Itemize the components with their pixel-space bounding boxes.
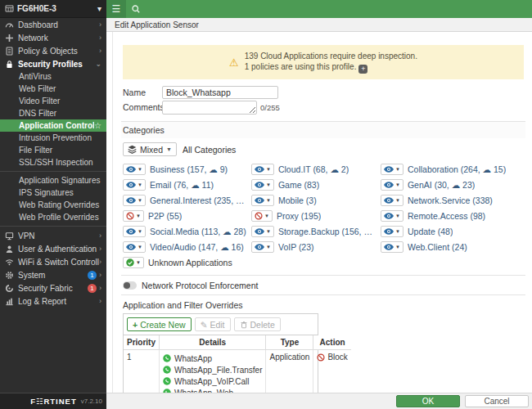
- category-link[interactable]: VoIP (23): [278, 242, 314, 252]
- col-details[interactable]: Details: [160, 335, 266, 350]
- category-link[interactable]: Proxy (195): [277, 211, 321, 221]
- col-priority[interactable]: Priority: [124, 335, 160, 350]
- category-link[interactable]: Update (48): [408, 227, 453, 236]
- category-action-button[interactable]: ▼: [381, 179, 404, 191]
- sidebar-item-web-filter[interactable]: Web Filter: [0, 83, 106, 95]
- category-unknown-applications: ▼ Unknown Applications: [123, 254, 251, 270]
- divider: [0, 171, 106, 172]
- col-type[interactable]: Type: [266, 335, 313, 350]
- category-link[interactable]: Game (83): [278, 180, 319, 190]
- sidebar-item-security-fabric[interactable]: Security Fabric 1 ›: [0, 281, 106, 294]
- divider: [0, 226, 106, 227]
- category-link[interactable]: Web.Client (24): [408, 242, 467, 252]
- category-link[interactable]: Network.Service (338): [408, 196, 493, 205]
- hamburger-menu-icon[interactable]: ☰: [106, 0, 126, 18]
- edit-button[interactable]: ✎Edit: [195, 317, 231, 331]
- category-proxy: ▼ Proxy (195): [251, 208, 381, 223]
- category-action-button[interactable]: ▼: [251, 210, 273, 222]
- category-mode-dropdown[interactable]: Mixed ▼: [123, 142, 177, 156]
- sidebar-item-intrusion-prevention[interactable]: Intrusion Prevention: [0, 132, 106, 144]
- cancel-button[interactable]: Cancel: [465, 395, 529, 407]
- chevron-right-icon: ›: [99, 245, 101, 253]
- category-action-button[interactable]: ▼: [123, 257, 144, 268]
- search-icon[interactable]: [126, 0, 146, 18]
- category-action-button[interactable]: ▼: [123, 179, 146, 191]
- sidebar-item-dns-filter[interactable]: DNS Filter: [0, 107, 106, 119]
- comments-label: Comments: [123, 101, 162, 112]
- category-label[interactable]: Unknown Applications: [148, 258, 232, 267]
- category-action-button[interactable]: ▼: [381, 241, 404, 253]
- col-action[interactable]: Action: [313, 335, 351, 350]
- sidebar-item-file-filter[interactable]: File Filter: [0, 144, 106, 156]
- sidebar-item-dashboard[interactable]: Dashboard›: [0, 18, 106, 31]
- delete-button[interactable]: Delete: [234, 317, 281, 331]
- char-counter: 0/255: [260, 101, 280, 112]
- category-link[interactable]: General.Interest (235, ☁ 11): [150, 196, 251, 205]
- favorite-star-icon[interactable]: ☆: [94, 121, 101, 130]
- category-action-button[interactable]: ▼: [251, 241, 274, 253]
- monitor-eye-icon: [384, 213, 394, 219]
- sidebar-item-application-control[interactable]: Application Control ☆: [0, 119, 106, 132]
- expand-plus-icon[interactable]: +: [358, 65, 367, 74]
- category-action-button[interactable]: ▼: [381, 210, 404, 222]
- category-action-button[interactable]: ▼: [251, 226, 274, 237]
- category-action-button[interactable]: ▼: [123, 195, 146, 206]
- sidebar-footer: F☷RTINET v7.2.10: [0, 393, 106, 409]
- network-protocol-toggle[interactable]: [123, 281, 137, 290]
- monitor-eye-icon: [255, 197, 264, 204]
- name-input[interactable]: [162, 86, 278, 99]
- category-action-button[interactable]: ▼: [251, 179, 274, 191]
- sidebar-item-application-signatures[interactable]: Application Signatures: [0, 174, 106, 187]
- category-social-media: ▼ Social.Media (113, ☁ 28): [123, 223, 251, 239]
- category-link[interactable]: P2P (55): [148, 211, 182, 221]
- monitor-eye-icon: [384, 182, 394, 188]
- system-badge: 1: [88, 271, 97, 280]
- category-link[interactable]: GenAI (30, ☁ 23): [408, 180, 475, 190]
- category-action-button[interactable]: ▼: [251, 164, 274, 175]
- category-link[interactable]: Social.Media (113, ☁ 28): [150, 227, 246, 236]
- sidebar-item-video-filter[interactable]: Video Filter: [0, 95, 106, 107]
- sidebar-item-user-authentication[interactable]: User & Authentication›: [0, 242, 106, 255]
- sidebar-item-web-rating-overrides[interactable]: Web Rating Overrides: [0, 199, 106, 211]
- category-link[interactable]: Storage.Backup (156, ☁ 24): [278, 227, 381, 236]
- category-action-button[interactable]: ▼: [251, 195, 274, 206]
- ok-button[interactable]: OK: [396, 395, 460, 407]
- warning-icon: ⚠: [229, 56, 239, 69]
- sidebar-item-ips-signatures[interactable]: IPS Signatures: [0, 187, 106, 199]
- category-action-button[interactable]: ▼: [381, 164, 404, 175]
- sidebar-item-antivirus[interactable]: AntiVirus: [0, 70, 106, 83]
- category-collaboration: ▼ Collaboration (264, ☁ 15): [381, 161, 525, 177]
- category-action-button[interactable]: ▼: [381, 226, 404, 237]
- category-action-button[interactable]: ▼: [123, 210, 144, 222]
- network-protocol-enforcement-row: Network Protocol Enforcement: [121, 275, 525, 294]
- category-link[interactable]: Cloud.IT (68, ☁ 2): [278, 164, 349, 174]
- monitor-eye-icon: [384, 228, 394, 235]
- sidebar-item-log-report[interactable]: Log & Report›: [0, 294, 106, 308]
- monitor-eye-icon: [384, 244, 394, 250]
- sidebar-item-wifi-switch-controller[interactable]: WiFi & Switch Controller›: [0, 255, 106, 268]
- sidebar-item-system[interactable]: System 1 ›: [0, 268, 106, 281]
- sidebar-item-web-profile-overrides[interactable]: Web Profile Overrides: [0, 211, 106, 223]
- category-link[interactable]: Collaboration (264, ☁ 15): [408, 164, 506, 174]
- comments-input[interactable]: [162, 101, 257, 115]
- category-link[interactable]: Email (76, ☁ 11): [150, 180, 214, 190]
- category-action-button[interactable]: ▼: [123, 226, 146, 237]
- sidebar-item-network[interactable]: Network›: [0, 31, 106, 44]
- device-hostname: FG6H0E-3: [17, 4, 97, 13]
- category-link[interactable]: Business (157, ☁ 9): [150, 164, 228, 174]
- sidebar-item-security-profiles[interactable]: Security Profiles⌄: [0, 57, 106, 70]
- overrides-section-title: Application and Filter Overrides: [121, 294, 525, 313]
- category-link[interactable]: Remote.Access (98): [408, 211, 485, 221]
- category-link[interactable]: Video/Audio (147, ☁ 16): [150, 242, 244, 252]
- category-link[interactable]: Mobile (3): [278, 196, 317, 205]
- device-selector[interactable]: FG6H0E-3 ▾: [0, 0, 106, 18]
- override-row[interactable]: 1 WhatsApp WhatsApp_File.Transfer WhatsA…: [124, 350, 351, 393]
- category-action-button[interactable]: ▼: [123, 164, 146, 175]
- create-new-button[interactable]: +Create New: [127, 317, 192, 331]
- sidebar-item-policy-objects[interactable]: Policy & Objects›: [0, 44, 106, 57]
- category-action-button[interactable]: ▼: [123, 241, 146, 253]
- chevron-right-icon: ›: [99, 34, 101, 42]
- sidebar-item-ssl-ssh-inspection[interactable]: SSL/SSH Inspection: [0, 156, 106, 169]
- sidebar-item-vpn[interactable]: VPN›: [0, 229, 106, 242]
- category-action-button[interactable]: ▼: [381, 195, 404, 206]
